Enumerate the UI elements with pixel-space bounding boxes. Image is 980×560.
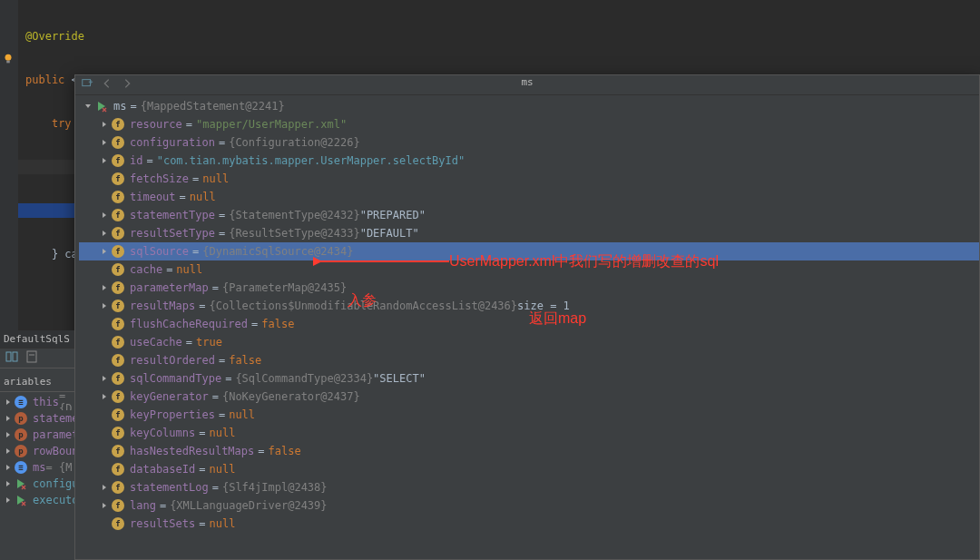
tree-row[interactable]: fresultOrdered = false	[79, 351, 979, 369]
variable-row[interactable]: pstatemen	[0, 410, 74, 427]
tree-row[interactable]: fstatementLog = {Slf4jImpl@2438}	[79, 478, 979, 496]
field-value: "com.tian.mybatis.mapper.UserMapper.sele…	[157, 152, 466, 170]
field-badge-icon: f	[112, 354, 124, 367]
forward-icon[interactable]	[121, 77, 133, 93]
calculator-icon[interactable]	[25, 350, 38, 366]
arrow-placeholder	[99, 464, 110, 475]
field-name: timeout	[130, 188, 176, 206]
tree-row[interactable]: flang = {XMLLanguageDriver@2439}	[79, 496, 979, 515]
arrow-down-icon[interactable]	[83, 101, 93, 112]
arrow-right-icon[interactable]	[99, 119, 110, 130]
variable-name: paramet	[33, 428, 74, 441]
arrow-right-icon[interactable]	[99, 210, 110, 221]
tree-row[interactable]: fresultSetType = {ResultSetType@2433} "D…	[79, 224, 979, 242]
tree-root[interactable]: ms = {MappedStatement@2241}	[79, 97, 979, 115]
field-value: {DynamicSqlSource@2434}	[202, 242, 353, 260]
tree-row[interactable]: ftimeout = null	[79, 188, 979, 206]
back-icon[interactable]	[101, 77, 113, 93]
variable-row[interactable]: pparamet	[0, 427, 74, 443]
tree-row[interactable]: fresource = "mapper/UserMapper.xml"	[79, 115, 979, 133]
field-name: cache	[130, 260, 162, 279]
tree-row[interactable]: fsqlCommandType = {SqlCommandType@2334} …	[79, 369, 979, 388]
param-badge-icon: p	[15, 445, 27, 457]
param-badge-icon: p	[15, 412, 27, 425]
arrow-right-icon[interactable]	[4, 397, 13, 408]
field-badge-icon: f	[112, 499, 124, 512]
arrow-right-icon[interactable]	[99, 300, 110, 311]
frame-tab[interactable]: DefaultSqlS	[0, 330, 74, 349]
tree-row[interactable]: fdatabaseId = null	[79, 460, 979, 478]
debugger-value-popup: ms ms = {MappedStatement@2241} fresource…	[74, 74, 980, 560]
field-name: sqlSource	[130, 242, 189, 260]
tree-row[interactable]: fresultSets = null	[79, 515, 979, 533]
variables-toolbar	[0, 349, 74, 368]
field-badge-icon: f	[112, 136, 124, 149]
variable-row[interactable]: configur	[0, 476, 74, 492]
field-value: false	[229, 351, 261, 369]
arrow-right-icon[interactable]	[99, 391, 110, 402]
arrow-right-icon[interactable]	[99, 500, 110, 511]
debugger-panel: DefaultSqlS ariables ≡this = {Dpstatemen…	[0, 330, 74, 560]
this-badge-icon: ≡	[15, 461, 27, 474]
field-name: keyProperties	[130, 406, 215, 424]
svg-rect-4	[6, 352, 11, 361]
arrow-right-icon[interactable]	[4, 495, 13, 506]
variables-list[interactable]: ≡this = {DpstatemenpparametprowBoun≡ms =…	[0, 392, 74, 508]
tree-row[interactable]: fstatementType = {StatementType@2432} "P…	[79, 206, 979, 224]
field-name: resource	[130, 115, 182, 133]
annotation: @Override	[25, 30, 84, 43]
field-name: resultMaps	[130, 297, 195, 315]
arrow-right-icon[interactable]	[4, 478, 13, 489]
arrow-placeholder	[99, 518, 110, 529]
variable-row[interactable]: executor	[0, 492, 74, 508]
arrow-right-icon[interactable]	[99, 373, 110, 384]
this-badge-icon: ≡	[15, 396, 27, 408]
field-value: {Slf4jImpl@2438}	[222, 478, 328, 496]
arrow-right-icon[interactable]	[4, 429, 13, 440]
field-badge-icon: f	[112, 281, 124, 294]
arrow-right-icon[interactable]	[99, 246, 110, 257]
field-badge-icon: f	[112, 517, 124, 530]
arrow-right-icon[interactable]	[4, 462, 13, 473]
arrow-placeholder	[99, 409, 110, 420]
tree-row[interactable]: fparameterMap = {ParameterMap@2435}	[79, 279, 979, 297]
variable-name: ms	[33, 461, 45, 474]
arrow-right-icon[interactable]	[99, 137, 110, 148]
svg-rect-1	[6, 61, 10, 64]
tree-row[interactable]: fhasNestedResultMaps = false	[79, 442, 979, 460]
tree-row[interactable]: fkeyGenerator = {NoKeyGenerator@2437}	[79, 388, 979, 406]
variables-header: ariables	[0, 376, 74, 392]
svg-rect-5	[13, 352, 17, 361]
tree-row[interactable]: fuseCache = true	[79, 333, 979, 351]
arrow-right-icon[interactable]	[4, 446, 13, 457]
variable-row[interactable]: prowBoun	[0, 443, 74, 459]
new-watch-icon[interactable]	[81, 77, 93, 93]
field-name: statementLog	[130, 478, 209, 496]
arrow-right-icon[interactable]	[4, 413, 13, 424]
arrow-placeholder	[99, 319, 110, 329]
tree-row[interactable]: fkeyProperties = null	[79, 406, 979, 424]
annotation-text-sql: UserMapper.xml中我们写的增删改查的sql	[449, 252, 719, 271]
tree-row[interactable]: fkeyColumns = null	[79, 424, 979, 442]
field-value: false	[269, 442, 301, 460]
arrow-right-icon[interactable]	[99, 228, 110, 239]
variable-row[interactable]: ≡ms = {M	[0, 459, 74, 476]
tree-row[interactable]: fconfiguration = {Configuration@2226}	[79, 133, 979, 152]
watch-badge-icon	[15, 494, 27, 506]
field-name: resultOrdered	[130, 351, 215, 369]
editor-gutter	[0, 0, 18, 336]
arrow-placeholder	[99, 173, 110, 184]
field-badge-icon: f	[112, 227, 124, 240]
tree-row[interactable]: ffetchSize = null	[79, 170, 979, 188]
tree-row[interactable]: fid = "com.tian.mybatis.mapper.UserMappe…	[79, 152, 979, 170]
arrow-right-icon[interactable]	[99, 155, 110, 166]
layout-icon[interactable]	[5, 350, 18, 366]
lightbulb-icon[interactable]	[2, 53, 15, 65]
field-badge-icon: f	[112, 118, 124, 131]
field-name: useCache	[130, 333, 182, 351]
field-badge-icon: f	[112, 372, 124, 385]
field-value: null	[209, 424, 235, 442]
arrow-right-icon[interactable]	[99, 482, 110, 493]
arrow-right-icon[interactable]	[99, 282, 110, 293]
variable-row[interactable]: ≡this = {D	[0, 394, 74, 410]
